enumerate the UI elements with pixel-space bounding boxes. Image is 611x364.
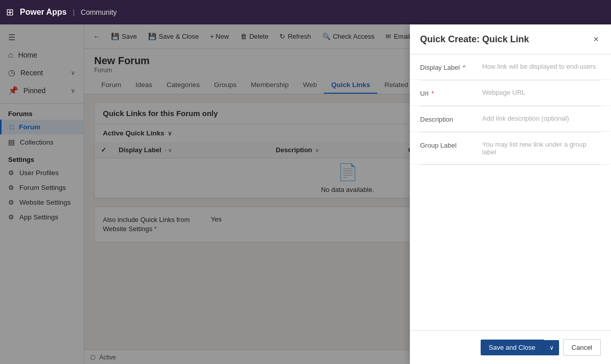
community-label: Community	[81, 8, 117, 16]
form-row-description: Description Add link description (option…	[410, 106, 611, 132]
panel-title: Quick Create: Quick Link	[420, 34, 529, 45]
form-row-group-label: Group Label You may list new link under …	[410, 132, 611, 164]
required-star-display-label: *	[463, 64, 465, 71]
cancel-button[interactable]: Cancel	[563, 339, 601, 356]
panel-footer: Save and Close ∨ Cancel	[410, 330, 611, 364]
save-and-close-button-group: Save and Close ∨	[481, 339, 559, 356]
panel-body: Display Label * How link will be display…	[410, 54, 611, 330]
save-and-close-button[interactable]: Save and Close	[481, 340, 544, 355]
top-bar-divider: |	[73, 8, 75, 16]
save-and-close-dropdown-button[interactable]: ∨	[544, 340, 559, 355]
field-placeholder-display-label: How link will be displayed to end-users	[482, 63, 601, 70]
field-label-display-label: Display Label *	[420, 63, 476, 71]
top-bar: ⊞ Power Apps | Community	[0, 0, 611, 24]
grid-icon[interactable]: ⊞	[6, 7, 14, 18]
field-label-url: Url *	[420, 89, 476, 97]
field-placeholder-url: Webpage URL	[482, 89, 601, 96]
app-name: Power Apps	[20, 8, 67, 17]
quick-create-panel: Quick Create: Quick Link × Display Label…	[410, 24, 611, 364]
panel-close-button[interactable]: ×	[591, 33, 601, 46]
required-star-url: *	[431, 90, 434, 97]
panel-header: Quick Create: Quick Link ×	[410, 24, 611, 54]
divider-after-group-label	[420, 164, 601, 165]
form-row-url: Url * Webpage URL	[410, 80, 611, 106]
field-placeholder-group-label: You may list new link under a group labe…	[482, 141, 601, 156]
field-label-group-label: Group Label	[420, 141, 476, 149]
field-label-description: Description	[420, 115, 476, 123]
main-layout: ☰ ⌂ Home ◷ Recent ∨ 📌 Pinned ∨ Forums □ …	[0, 24, 611, 364]
form-row-display-label: Display Label * How link will be display…	[410, 54, 611, 80]
field-placeholder-description: Add link description (optional)	[482, 115, 601, 122]
